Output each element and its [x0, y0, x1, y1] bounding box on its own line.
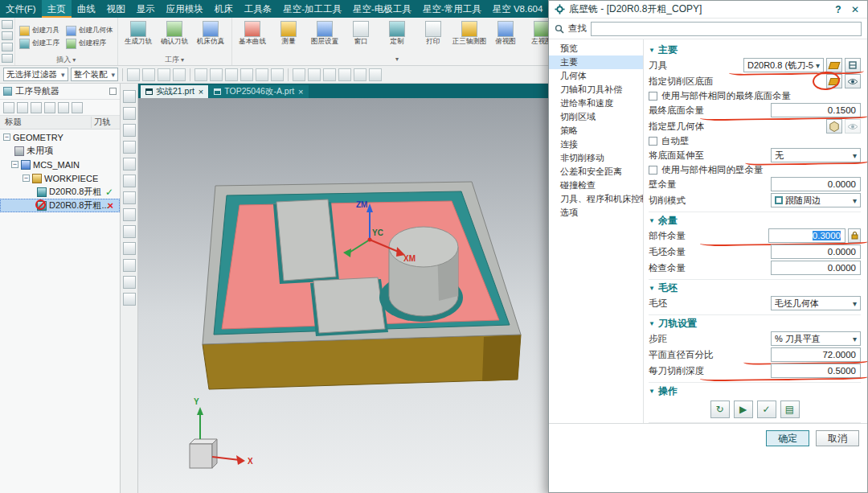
- dialog-search-input[interactable]: [591, 22, 862, 36]
- dialog-nav-non-cutting[interactable]: 非切削移动: [549, 151, 643, 165]
- dialog-nav-cut-region[interactable]: 切削区域: [549, 110, 643, 124]
- expander-icon[interactable]: [3, 134, 10, 141]
- checkbox[interactable]: [649, 137, 657, 146]
- part-stock-input[interactable]: 0.3000: [768, 228, 845, 243]
- base-curve-button[interactable]: 基本曲线: [235, 19, 271, 55]
- snap-center-icon[interactable]: [173, 68, 186, 81]
- select-tool-button[interactable]: [845, 58, 861, 72]
- menu-item-file[interactable]: 文件(F): [0, 0, 42, 18]
- select-wall-geometry-button[interactable]: [826, 119, 842, 134]
- resource-bar-icon[interactable]: [123, 293, 136, 306]
- resource-bar-icon[interactable]: [123, 242, 136, 255]
- section-toolpath-settings[interactable]: 刀轨设置: [649, 314, 861, 330]
- wall-stock-input[interactable]: 0.0000: [771, 177, 861, 191]
- toolbar-icon[interactable]: [240, 68, 253, 81]
- edit-tool-button[interactable]: [826, 58, 842, 72]
- tree-row-operation-1[interactable]: D20R0.8开粗 ✓: [0, 185, 120, 199]
- create-program-button[interactable]: 创建程序: [64, 37, 115, 50]
- tree-row-geometry[interactable]: GEOMETRY: [0, 130, 120, 144]
- ribbon-mini-icon[interactable]: [2, 54, 13, 63]
- navigator-tool-icon[interactable]: [44, 102, 55, 113]
- resource-bar-icon[interactable]: [123, 225, 136, 238]
- isometric-view-button[interactable]: 正三轴测图: [452, 19, 488, 55]
- ribbon-mini-icon[interactable]: [2, 43, 13, 51]
- menu-item-view[interactable]: 视图: [101, 0, 131, 18]
- section-blank[interactable]: 毛坯: [649, 279, 861, 294]
- print-button[interactable]: 打印: [416, 19, 452, 55]
- toolbar-icon[interactable]: [210, 68, 223, 81]
- resource-bar-icon[interactable]: [123, 158, 136, 170]
- cancel-button[interactable]: 取消: [816, 430, 859, 446]
- tab-close-icon[interactable]: ×: [298, 87, 303, 97]
- tool-dropdown[interactable]: D20R0.8 (铣刀-5-参数): [743, 58, 824, 72]
- display-floor-button[interactable]: [845, 74, 861, 88]
- checkbox[interactable]: [649, 166, 657, 175]
- top-view-button[interactable]: 俯视图: [488, 19, 524, 55]
- dialog-nav-main[interactable]: 主要: [549, 55, 643, 69]
- resource-bar-icon[interactable]: [123, 175, 136, 187]
- menu-item-display[interactable]: 显示: [131, 0, 161, 18]
- window-button[interactable]: 窗口: [343, 19, 379, 55]
- blank-dropdown[interactable]: 毛坯几何体: [771, 296, 861, 310]
- menu-item-home[interactable]: 主页: [42, 0, 72, 18]
- left-view-button[interactable]: 左视图: [524, 19, 549, 55]
- tree-row-unused[interactable]: 未用项: [0, 144, 120, 158]
- tree-row-mcs[interactable]: MCS_MAIN: [0, 158, 120, 171]
- create-operation-button[interactable]: 创建工序: [18, 37, 61, 50]
- section-main[interactable]: 主要: [649, 43, 861, 56]
- generate-action-button[interactable]: ↻: [710, 401, 730, 418]
- toolbar-icon[interactable]: [354, 68, 366, 81]
- navigator-tool-icon[interactable]: [3, 102, 14, 113]
- check-stock-input[interactable]: 0.0000: [771, 261, 861, 275]
- snap-point-icon[interactable]: [127, 68, 140, 81]
- measure-button[interactable]: 测量: [271, 19, 307, 55]
- menu-item-toolbars[interactable]: 工具条: [239, 0, 278, 18]
- verify-action-button[interactable]: ✓: [757, 401, 776, 418]
- menu-item-xk-electrode[interactable]: 星空-电极工具: [347, 0, 417, 18]
- select-floor-face-button[interactable]: [826, 74, 842, 88]
- menu-item-machine[interactable]: 机床: [209, 0, 239, 18]
- selection-filter-combo[interactable]: 无选择过滤器: [3, 68, 68, 81]
- column-toolpath[interactable]: 刀轨: [91, 117, 120, 128]
- snap-midpoint-icon[interactable]: [158, 68, 170, 81]
- extend-floor-dropdown[interactable]: 无: [771, 148, 861, 162]
- create-geometry-button[interactable]: 创建几何体: [64, 24, 115, 37]
- ok-button[interactable]: 确定: [766, 430, 809, 446]
- resource-bar-icon[interactable]: [123, 276, 136, 289]
- dialog-nav-collision[interactable]: 碰撞检查: [549, 179, 643, 192]
- orient-view-icon[interactable]: [338, 68, 351, 81]
- dialog-help-button[interactable]: ?: [832, 4, 845, 15]
- dialog-close-button[interactable]: ✕: [849, 4, 862, 15]
- replay-action-button[interactable]: ▶: [734, 401, 753, 418]
- column-title[interactable]: 标题: [0, 117, 91, 128]
- navigator-tool-icon[interactable]: [58, 102, 69, 113]
- tab-close-icon[interactable]: ×: [199, 87, 203, 97]
- dialog-nav-geometry[interactable]: 几何体: [549, 69, 643, 83]
- navigator-float-icon[interactable]: [109, 88, 117, 95]
- menu-item-application[interactable]: 应用模块: [161, 0, 209, 18]
- layer-settings-button[interactable]: 图层设置: [307, 19, 343, 55]
- viewport-tab-1[interactable]: 实战21.prt ×: [141, 85, 208, 98]
- dialog-nav-strategy[interactable]: 策略: [549, 124, 643, 138]
- cut-pattern-dropdown[interactable]: 跟随周边: [771, 193, 861, 207]
- depth-per-cut-input[interactable]: 0.5000: [771, 364, 861, 378]
- wcs-origin-handle[interactable]: [368, 238, 372, 242]
- machine-simulation-button[interactable]: 机床仿真: [193, 19, 229, 55]
- ribbon-group-operation-label[interactable]: 工序: [121, 55, 229, 65]
- section-actions[interactable]: 操作: [649, 382, 861, 397]
- stepover-dropdown[interactable]: % 刀具平直: [771, 331, 861, 346]
- viewport-canvas[interactable]: ZM XM YC Y X: [138, 98, 548, 493]
- menu-item-xk-common[interactable]: 星空-常用工具: [417, 0, 487, 18]
- toolbar-icon[interactable]: [271, 68, 284, 81]
- same-wall-stock-checkbox-row[interactable]: 使用与部件相同的壁余量: [649, 164, 861, 175]
- final-floor-stock-input[interactable]: 0.1500: [771, 103, 861, 117]
- toolbar-icon[interactable]: [369, 68, 382, 81]
- ribbon-group-insert-label[interactable]: 插入: [18, 55, 115, 65]
- customize-button[interactable]: 定制: [379, 19, 416, 55]
- resource-bar-icon[interactable]: [123, 191, 136, 204]
- navigator-tool-icon[interactable]: [72, 102, 83, 113]
- dialog-nav-connection[interactable]: 连接: [549, 138, 643, 151]
- generate-toolpath-button[interactable]: 生成刀轨: [121, 19, 157, 55]
- selection-scope-combo[interactable]: 整个装配: [71, 68, 119, 81]
- auto-wall-checkbox-row[interactable]: 自动壁: [649, 135, 861, 146]
